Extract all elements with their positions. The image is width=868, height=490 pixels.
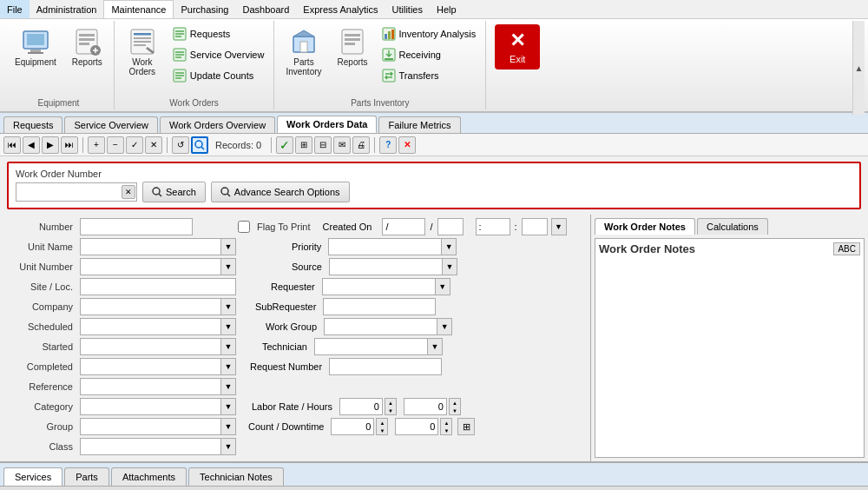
reference-dropdown[interactable]: ▼ [220, 378, 236, 395]
tb-first-btn[interactable]: ⏮ [3, 136, 21, 154]
technician-dropdown[interactable]: ▼ [427, 338, 443, 355]
search-clear-btn[interactable]: ✕ [122, 185, 135, 199]
btab-attachments[interactable]: Attachments [111, 467, 187, 486]
tb-print-btn[interactable]: 🖨 [352, 136, 370, 154]
btab-technician-notes[interactable]: Technician Notes [188, 467, 284, 486]
menu-purchasing[interactable]: Purchasing [174, 0, 235, 18]
group-input[interactable] [80, 418, 220, 435]
menu-administration[interactable]: Administration [30, 0, 104, 18]
count-spin1[interactable]: ▲▼ [376, 418, 388, 435]
menu-express-analytics[interactable]: Express Analytics [296, 0, 385, 18]
count-val1[interactable] [331, 418, 374, 435]
count-grid-btn[interactable]: ⊞ [457, 418, 475, 435]
menu-file[interactable]: File [0, 0, 30, 18]
tb-mail-btn[interactable]: ✉ [333, 136, 351, 154]
work-orders-button[interactable]: WorkOrders [120, 24, 165, 80]
exit-button[interactable]: ✕ Exit [495, 24, 540, 70]
site-loc-input[interactable] [80, 278, 236, 295]
created-on-date2[interactable] [437, 218, 464, 235]
source-dropdown[interactable]: ▼ [442, 258, 457, 275]
labor-rate-val2[interactable] [404, 398, 447, 415]
created-on-time2[interactable] [522, 218, 548, 235]
completed-input[interactable] [80, 358, 220, 375]
unit-name-dropdown[interactable]: ▼ [220, 238, 236, 255]
tab-service-overview[interactable]: Service Overview [64, 116, 158, 133]
panel-tab-calculations[interactable]: Calculations [697, 218, 768, 235]
tb-table-btn[interactable]: ⊟ [314, 136, 332, 154]
unit-number-dropdown[interactable]: ▼ [220, 258, 236, 275]
panel-tab-work-order-notes[interactable]: Work Order Notes [595, 218, 695, 235]
tb-close-btn[interactable]: ✕ [145, 136, 162, 154]
scheduled-dropdown[interactable]: ▼ [220, 318, 236, 335]
tb-grid-btn[interactable]: ⊞ [295, 136, 312, 154]
requests-ribbon-btn[interactable]: Requests [168, 24, 269, 43]
technician-input[interactable] [314, 338, 427, 355]
company-dropdown[interactable]: ▼ [220, 298, 236, 315]
tb-search-btn[interactable] [191, 136, 208, 154]
abc-btn[interactable]: ABC [833, 242, 860, 255]
tb-cancel-btn[interactable]: ✕ [398, 136, 416, 154]
btab-services[interactable]: Services [3, 467, 62, 486]
menu-maintenance[interactable]: Maintenance [103, 0, 174, 18]
class-input[interactable] [80, 438, 220, 455]
labor-rate-spin2[interactable]: ▲▼ [449, 398, 461, 415]
unit-number-input[interactable] [80, 258, 220, 275]
tb-refresh-btn[interactable]: ↺ [172, 136, 189, 154]
search-input[interactable] [16, 182, 137, 202]
scheduled-input[interactable] [80, 318, 220, 335]
subrequester-input[interactable] [323, 298, 436, 315]
work-group-dropdown[interactable]: ▼ [437, 318, 452, 335]
number-input[interactable] [80, 218, 193, 235]
category-dropdown[interactable]: ▼ [220, 398, 236, 415]
class-dropdown[interactable]: ▼ [220, 438, 236, 455]
advance-search-button[interactable]: Advance Search Options [211, 182, 350, 202]
priority-dropdown[interactable]: ▼ [441, 238, 457, 255]
transfers-btn[interactable]: Transfers [378, 66, 481, 85]
created-on-date1[interactable] [382, 218, 425, 235]
requester-dropdown[interactable]: ▼ [435, 278, 450, 295]
tb-add-btn[interactable]: + [88, 136, 105, 154]
flag-to-print-checkbox[interactable] [238, 221, 250, 233]
tab-failure-metrics[interactable]: Failure Metrics [378, 116, 460, 133]
tb-last-btn[interactable]: ⏭ [61, 136, 78, 154]
tb-remove-btn[interactable]: − [107, 136, 124, 154]
tb-next-btn[interactable]: ▶ [42, 136, 59, 154]
labor-rate-val1[interactable] [339, 398, 383, 415]
equipment-button[interactable]: Equipment [9, 24, 62, 70]
tb-help-btn[interactable]: ? [379, 136, 397, 154]
requester-input[interactable] [322, 278, 435, 295]
priority-input[interactable] [328, 238, 441, 255]
menu-dashboard[interactable]: Dashboard [235, 0, 296, 18]
company-input[interactable] [80, 298, 220, 315]
service-overview-ribbon-btn[interactable]: Service Overview [168, 45, 269, 64]
scroll-area[interactable] [0, 486, 868, 490]
update-counts-ribbon-btn[interactable]: Update Counts [168, 66, 269, 85]
tb-check2-btn[interactable]: ✓ [276, 136, 293, 154]
unit-name-input[interactable] [80, 238, 220, 255]
reports-eq-button[interactable]: Reports [66, 24, 108, 70]
tab-requests[interactable]: Requests [3, 116, 62, 133]
started-dropdown[interactable]: ▼ [220, 338, 236, 355]
request-number-input[interactable] [329, 358, 442, 375]
tab-work-orders-data[interactable]: Work Orders Data [277, 116, 377, 133]
tb-check-btn[interactable]: ✓ [126, 136, 143, 154]
parts-inventory-button[interactable]: PartsInventory [279, 24, 327, 80]
tb-prev-btn[interactable]: ◀ [23, 136, 40, 154]
labor-rate-spin1[interactable]: ▲▼ [385, 398, 397, 415]
source-input[interactable] [329, 258, 442, 275]
ribbon-collapse-btn[interactable]: ▲ [852, 21, 865, 115]
created-on-time1[interactable] [476, 218, 510, 235]
btab-parts[interactable]: Parts [64, 467, 109, 486]
reference-input[interactable] [80, 378, 220, 395]
completed-dropdown[interactable]: ▼ [220, 358, 236, 375]
category-input[interactable] [80, 398, 220, 415]
menu-help[interactable]: Help [430, 0, 464, 18]
count-val2[interactable] [395, 418, 438, 435]
receiving-btn[interactable]: Receiving [378, 45, 481, 64]
work-order-notes-textarea[interactable] [599, 261, 860, 446]
created-on-dropdown[interactable]: ▼ [551, 218, 567, 235]
search-button[interactable]: Search [142, 182, 206, 202]
menu-utilities[interactable]: Utilities [385, 0, 430, 18]
tab-work-orders-overview[interactable]: Work Orders Overview [160, 116, 275, 133]
started-input[interactable] [80, 338, 220, 355]
